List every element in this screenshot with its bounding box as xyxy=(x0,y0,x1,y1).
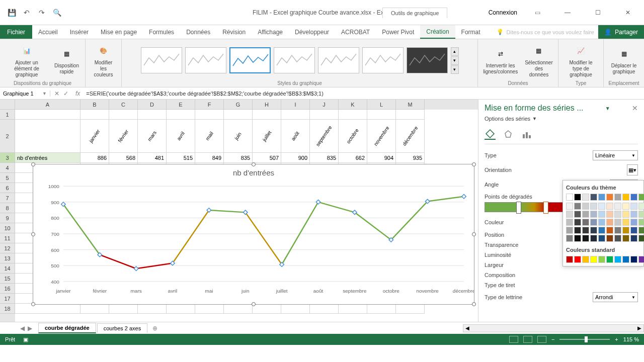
color-swatch[interactable] xyxy=(638,219,644,226)
color-swatch[interactable] xyxy=(574,256,581,263)
tab-insert[interactable]: Insérer xyxy=(64,25,95,39)
color-swatch[interactable] xyxy=(566,194,573,201)
print-preview-icon[interactable]: 🔍 xyxy=(52,8,61,17)
share-button[interactable]: 👤 Partager xyxy=(598,25,644,39)
color-swatch[interactable] xyxy=(590,235,597,242)
file-tab[interactable]: Fichier xyxy=(0,25,32,39)
select-all-corner[interactable] xyxy=(0,100,15,110)
color-swatch[interactable] xyxy=(566,235,573,242)
row-header[interactable]: 11 xyxy=(0,233,15,243)
color-swatch[interactable] xyxy=(622,219,629,226)
data-cell[interactable]: 662 xyxy=(339,153,367,163)
color-swatch[interactable] xyxy=(622,227,629,234)
name-box[interactable]: Graphique 1 ▼ xyxy=(0,90,50,97)
column-header[interactable]: L xyxy=(367,100,396,110)
column-header[interactable]: K xyxy=(339,100,367,110)
color-swatch[interactable] xyxy=(574,219,581,226)
sheet-tab[interactable]: courbes 2 axes xyxy=(97,323,148,333)
column-header[interactable]: C xyxy=(109,100,138,110)
color-swatch[interactable] xyxy=(590,227,597,234)
column-header[interactable]: B xyxy=(80,100,109,110)
effects-tab-icon[interactable] xyxy=(503,129,514,140)
color-swatch[interactable] xyxy=(614,219,621,226)
month-header-cell[interactable]: novembre xyxy=(367,120,396,153)
month-header-cell[interactable]: septembre xyxy=(310,120,339,153)
prev-sheet-icon[interactable]: ◀ xyxy=(20,325,25,332)
color-swatch[interactable] xyxy=(614,235,621,242)
color-swatch[interactable] xyxy=(606,227,613,234)
column-header[interactable]: H xyxy=(253,100,281,110)
color-swatch[interactable] xyxy=(606,203,613,210)
tab-data[interactable]: Données xyxy=(180,25,216,39)
fx-icon[interactable]: fx xyxy=(72,90,83,97)
color-swatch[interactable] xyxy=(574,194,581,201)
next-sheet-icon[interactable]: ▶ xyxy=(28,325,32,332)
data-cell[interactable]: 886 xyxy=(80,153,109,163)
color-swatch[interactable] xyxy=(614,203,621,210)
row-header[interactable]: 3 xyxy=(0,153,15,163)
gradient-type-select[interactable]: Linéaire▼ xyxy=(593,150,638,160)
styles-down-icon[interactable]: ▾ xyxy=(451,56,459,65)
month-header-cell[interactable]: mail xyxy=(195,120,224,153)
row-header[interactable]: 6 xyxy=(0,183,15,193)
row-header[interactable]: 8 xyxy=(0,203,15,213)
gradient-stop[interactable] xyxy=(543,202,548,214)
series-name-cell[interactable]: nb d'entrées xyxy=(15,153,80,163)
change-chart-type-button[interactable]: 📈 Modifier le type de graphique xyxy=(562,42,599,79)
data-cell[interactable]: 935 xyxy=(396,153,425,163)
quick-layout-button[interactable]: ▦ Disposition rapide xyxy=(52,45,81,76)
color-swatch[interactable] xyxy=(590,256,597,263)
color-swatch[interactable] xyxy=(566,219,573,226)
color-swatch[interactable] xyxy=(582,203,589,210)
chart-style-thumb[interactable] xyxy=(141,47,182,73)
switch-rowcol-button[interactable]: ⇄ Intervertir les lignes/colonnes xyxy=(481,45,520,76)
color-swatch[interactable] xyxy=(598,227,605,234)
data-cell[interactable]: 507 xyxy=(253,153,281,163)
color-swatch[interactable] xyxy=(574,235,581,242)
color-swatch[interactable] xyxy=(574,211,581,218)
chart-resize-handle[interactable] xyxy=(472,232,476,236)
row-header[interactable]: 4 xyxy=(0,163,15,173)
color-swatch[interactable] xyxy=(622,203,629,210)
column-header[interactable]: A xyxy=(15,100,80,110)
color-swatch[interactable] xyxy=(638,203,644,210)
gradient-stop[interactable] xyxy=(516,202,521,214)
normal-view-icon[interactable] xyxy=(509,336,518,343)
color-swatch[interactable] xyxy=(630,203,637,210)
zoom-level[interactable]: 115 % xyxy=(623,336,639,342)
ribbon-options-icon[interactable]: ▭ xyxy=(527,6,547,20)
chart-resize-handle[interactable] xyxy=(31,162,35,166)
row-header[interactable]: 15 xyxy=(0,274,15,284)
page-layout-view-icon[interactable] xyxy=(523,336,532,343)
row-header[interactable]: 16 xyxy=(0,284,15,294)
zoom-in-icon[interactable]: + xyxy=(615,336,618,342)
tab-acrobat[interactable]: ACROBAT xyxy=(335,25,376,39)
month-header-cell[interactable]: juillet xyxy=(253,120,281,153)
color-swatch[interactable] xyxy=(630,256,637,263)
color-swatch[interactable] xyxy=(598,235,605,242)
color-swatch[interactable] xyxy=(622,235,629,242)
cap-type-select[interactable]: Arrondi▼ xyxy=(593,292,638,302)
chart-style-thumb[interactable] xyxy=(274,47,315,73)
column-header[interactable]: I xyxy=(281,100,310,110)
formula-input[interactable]: =SERIE('courbe dégradée'!$A$3;'courbe dé… xyxy=(83,90,644,97)
color-swatch[interactable] xyxy=(630,194,637,201)
series-options-dropdown[interactable]: Options des séries ▼ xyxy=(485,113,638,125)
row-header[interactable]: 12 xyxy=(0,243,15,253)
column-header[interactable]: G xyxy=(224,100,253,110)
zoom-slider[interactable] xyxy=(559,339,610,340)
column-header[interactable]: M xyxy=(396,100,425,110)
chart-resize-handle[interactable] xyxy=(31,302,35,306)
month-header-cell[interactable]: août xyxy=(281,120,310,153)
color-swatch[interactable] xyxy=(622,256,629,263)
row-header[interactable]: 2 xyxy=(0,120,15,153)
month-header-cell[interactable]: juin xyxy=(224,120,253,153)
maximize-icon[interactable]: ☐ xyxy=(588,6,608,20)
embedded-chart[interactable]: nb d'entrées4005006007008009001000janvie… xyxy=(33,164,474,305)
color-swatch[interactable] xyxy=(574,203,581,210)
data-cell[interactable]: 481 xyxy=(138,153,167,163)
styles-more-icon[interactable]: ▾ xyxy=(451,65,459,74)
chart-resize-handle[interactable] xyxy=(252,162,256,166)
data-cell[interactable]: 900 xyxy=(281,153,310,163)
data-cell[interactable]: 835 xyxy=(310,153,339,163)
